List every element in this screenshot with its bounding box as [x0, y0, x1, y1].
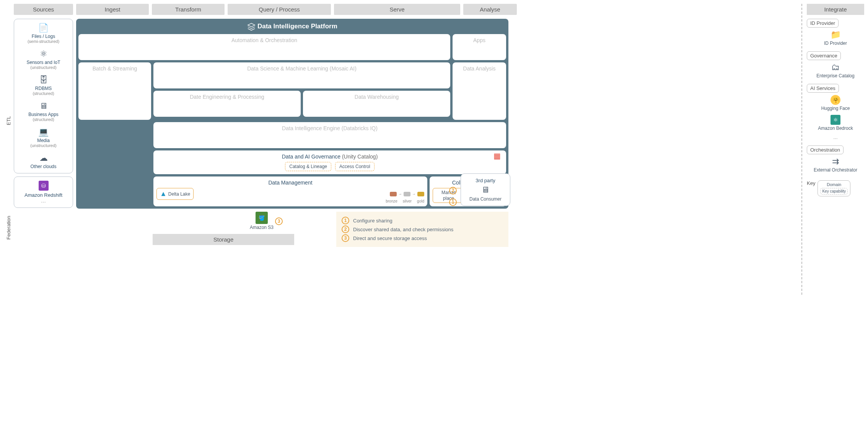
ai-services-chip: AI Services [807, 84, 839, 93]
folder-user-icon: 📁 [807, 30, 864, 40]
engine-box: Data Intelligence Engine (Databricks IQ) [153, 122, 506, 148]
bedrock-icon: ⚛ [831, 115, 840, 125]
integrate-column: Integrate ID Provider 📁ID Provider Gover… [807, 4, 864, 295]
access-control-chip: Access Control [335, 162, 375, 171]
flow-3-badge: 3 [275, 217, 283, 225]
storage-header: Storage [153, 234, 294, 245]
vertical-divider [801, 4, 802, 295]
header-ingest: Ingest [76, 4, 149, 15]
apps-box: Apps [453, 34, 506, 60]
key-capability-box: Key capability [820, 188, 848, 194]
automation-box: Automation & Orchestration [78, 34, 450, 60]
silver-icon [404, 192, 410, 196]
platform-container: Data Intelligence Platform Automation & … [76, 19, 508, 209]
dm-title: Data Management [156, 180, 424, 186]
source-apps: 🖥Business Apps(structured) [16, 101, 70, 122]
source-iot: ⚛Sensors and IoT(unstructured) [16, 49, 70, 70]
legend-row-3: 3Direct and secure storage access [342, 234, 503, 242]
s3-label: Amazon S3 [229, 225, 294, 230]
governance-box: Data and AI Governance (Unity Catalog) ▦… [153, 150, 506, 174]
id-provider-item: 📁ID Provider [807, 30, 864, 46]
key-legend: Key Domain Key capability [807, 180, 864, 196]
file-icon: 📄 [16, 23, 70, 33]
flow-2-badge: 2 [449, 187, 457, 194]
catalog-icon: 🗂 [807, 62, 864, 72]
ext-orchestrator-item: ⇉External Orchestrator [807, 157, 864, 173]
consumer-icon: 🖥 [465, 185, 506, 195]
platform-title: Data Intelligence Platform [78, 21, 506, 34]
sources-column: 📄Files / Logs(semi-structured) ⚛Sensors … [14, 19, 73, 247]
catalog-lineage-chip: Catalog & Lineage [285, 162, 331, 171]
main-column: Data Intelligence Platform Automation & … [76, 19, 508, 247]
marketplace-chip: Market place [433, 188, 464, 203]
bedrock-item: ⚛Amazon Bedrock [807, 115, 864, 131]
legend-row-2: 2Discover shared data, and check permiss… [342, 225, 503, 233]
governance-chip: Governance [807, 51, 841, 60]
s3-icon: 🪣 [256, 212, 268, 224]
governance-title: Data and AI Governance (Unity Catalog) [157, 154, 502, 160]
data-warehousing-box: Data Warehousing [303, 91, 450, 117]
key-domain-box: Domain Key capability [818, 180, 850, 196]
header-sources: Sources [14, 4, 73, 15]
workflow-icon: ⇉ [807, 157, 864, 167]
redshift-icon: ⛁ [39, 181, 49, 191]
legend-box: 1Configure sharing 2Discover shared data… [336, 212, 508, 247]
cloud-icon: ☁ [16, 153, 70, 163]
sensor-icon: ⚛ [16, 49, 70, 59]
hugging-face-icon: 🤗 [831, 95, 840, 105]
id-provider-chip: ID Provider [807, 19, 839, 28]
dsml-box: Data Science & Machine Learning (Mosaic … [153, 62, 450, 88]
source-clouds: ☁Other clouds [16, 153, 70, 169]
etl-label: ETL [4, 52, 11, 190]
federation-more: … [16, 198, 70, 204]
bronze-icon [390, 192, 397, 196]
gold-icon [417, 192, 424, 196]
delta-lake-chip: ▲ Delta Lake [156, 188, 194, 200]
source-files: 📄Files / Logs(semi-structured) [16, 23, 70, 44]
legend-row-1: 1Configure sharing [342, 217, 503, 224]
monitor-icon: 🖥 [16, 101, 70, 111]
sources-box: 📄Files / Logs(semi-structured) ⚛Sensors … [14, 19, 73, 173]
left-axis-labels: ETL Federation [4, 4, 11, 295]
hugging-face-item: 🤗Hugging Face [807, 95, 864, 111]
column-headers: Sources Ingest Transform Query / Process… [14, 4, 797, 15]
header-analyse: Analyse [463, 4, 517, 15]
third-party-box: 3rd party 🖥 Data Consumer [461, 173, 510, 206]
data-engineering-box: Date Engineering & Processing [153, 91, 301, 117]
delta-icon: ▲ [160, 190, 167, 198]
data-management-box: Data Management ▲ Delta Lake → → [153, 176, 427, 206]
integrate-header: Integrate [807, 4, 864, 15]
consumer-label: Data Consumer [465, 196, 506, 202]
source-media: 💻Media(unstructured) [16, 127, 70, 148]
catalog-red-icon: ▦ [493, 151, 501, 160]
header-query: Query / Process [228, 4, 331, 15]
enterprise-catalog-item: 🗂Enterprise Catalog [807, 62, 864, 78]
s3-block: 🪣 Amazon S3 [229, 212, 294, 230]
header-serve: Serve [334, 4, 460, 15]
redshift-label: Amazon Redshift [16, 192, 70, 198]
orchestration-chip: Orchestration [807, 145, 844, 154]
ai-more: … [807, 135, 864, 140]
header-transform: Transform [152, 4, 225, 15]
laptop-icon: 💻 [16, 127, 70, 137]
database-icon: 🗄 [16, 75, 70, 85]
batch-streaming-box: Batch & Streaming [78, 62, 151, 120]
federation-box: ⛁ Amazon Redshift … [14, 176, 73, 208]
third-party-title: 3rd party [465, 178, 506, 183]
source-rdbms: 🗄RDBMS(structured) [16, 75, 70, 96]
data-analysis-box: Data Analysis [453, 62, 506, 120]
federation-label: Federation [4, 209, 11, 247]
stack-icon [247, 23, 256, 31]
medallion-icons: → → [390, 192, 424, 196]
flow-1-badge: 1 [449, 198, 457, 206]
